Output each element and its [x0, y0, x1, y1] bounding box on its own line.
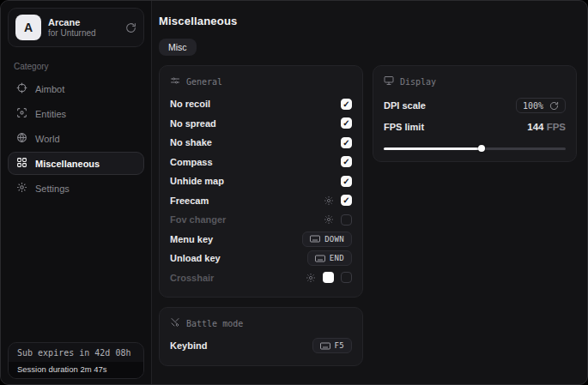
sidebar-item-label: Aimbot: [35, 84, 64, 94]
sidebar-item-label: Entities: [35, 109, 66, 119]
setting-label: Compass: [170, 157, 213, 167]
fov-changer-settings-gear-icon[interactable]: [324, 214, 334, 225]
keyboard-icon: [315, 255, 325, 262]
sidebar-item-world[interactable]: World: [8, 127, 144, 150]
setting-label: Unload key: [170, 253, 221, 263]
profile-title: Arcane: [48, 17, 96, 27]
fps-limit-value: 144 FPS: [527, 122, 566, 132]
setting-label: Crosshair: [170, 273, 214, 283]
sidebar-item-entities[interactable]: Entities: [8, 102, 144, 125]
setting-label: No recoil: [170, 99, 210, 109]
setting-row: Freecam: [170, 191, 352, 211]
cycle-icon: [549, 101, 559, 111]
card-header-label: Battle mode: [186, 319, 243, 328]
setting-row: Compass: [170, 153, 352, 172]
setting-row: No recoil: [170, 94, 352, 114]
general-card: General No recoil No spread No shake: [159, 65, 363, 298]
entities-icon: [16, 107, 27, 120]
setting-row: DPI scale 100%: [384, 94, 566, 117]
no-spread-checkbox[interactable]: [341, 117, 352, 129]
setting-row: Unhide map: [170, 171, 352, 191]
subscription-status-card: Sub expires in 42d 08h Session duration …: [8, 342, 144, 379]
setting-label: Unhide map: [170, 176, 224, 186]
profile-subtitle: for Unturned: [48, 28, 96, 38]
setting-label: FPS limit: [384, 122, 424, 132]
reload-icon[interactable]: [125, 22, 136, 33]
setting-row: Menu key DOWN: [170, 230, 352, 250]
setting-label: DPI scale: [384, 100, 426, 111]
display-card: Display DPI scale 100% FPS limit 144 FPS: [373, 65, 577, 162]
freecam-checkbox[interactable]: [341, 195, 352, 206]
sidebar: A Arcane for Unturned Category Aimbot En…: [1, 1, 152, 384]
setting-row: Crosshair: [170, 268, 352, 288]
freecam-settings-gear-icon[interactable]: [324, 196, 334, 206]
globe-icon: [16, 132, 27, 145]
keybind-value: END: [330, 254, 344, 262]
keybind-value: DOWN: [324, 235, 344, 244]
avatar: A: [15, 15, 41, 40]
swords-icon: [170, 317, 180, 329]
crosshair-settings-gear-icon[interactable]: [306, 273, 316, 283]
crosshair-color-swatch[interactable]: [323, 272, 334, 283]
card-header-label: Display: [400, 77, 436, 87]
session-duration-text: Session duration 2m 47s: [9, 362, 143, 378]
sub-expiry-text: Sub expires in 42d 08h: [9, 343, 143, 362]
menu-key-keybind-button[interactable]: DOWN: [302, 232, 352, 247]
setting-row: No shake: [170, 133, 352, 153]
sidebar-item-aimbot[interactable]: Aimbot: [8, 77, 144, 100]
sidebar-item-settings[interactable]: Settings: [8, 177, 144, 200]
setting-row: Keybind F5: [170, 336, 352, 356]
setting-row: Unload key END: [170, 249, 352, 268]
no-shake-checkbox[interactable]: [341, 137, 352, 148]
app-window: A Arcane for Unturned Category Aimbot En…: [0, 0, 588, 385]
dpi-scale-selector[interactable]: 100%: [516, 98, 566, 113]
crosshair-icon: [16, 82, 27, 95]
compass-checkbox[interactable]: [341, 156, 352, 167]
sidebar-item-label: Settings: [35, 183, 70, 194]
grid-icon: [16, 157, 27, 170]
setting-label: No shake: [170, 137, 212, 147]
keyboard-icon: [320, 342, 330, 350]
setting-label: Freecam: [170, 196, 209, 206]
sidebar-item-label: Miscellaneous: [35, 159, 100, 169]
setting-row: No spread: [170, 114, 352, 134]
no-recoil-checkbox[interactable]: [341, 99, 352, 110]
main-panel: Miscellaneous Misc General No recoil: [152, 1, 588, 384]
slider-fill: [384, 147, 482, 150]
sidebar-item-miscellaneous[interactable]: Miscellaneous: [8, 152, 144, 175]
fov-changer-checkbox[interactable]: [341, 214, 352, 226]
setting-row: FPS limit 144 FPS: [384, 117, 566, 137]
setting-label: Fov changer: [170, 214, 226, 225]
battle-mode-card: Battle mode Keybind F5: [159, 307, 363, 366]
profile-text: Arcane for Unturned: [48, 17, 96, 38]
battle-keybind-button[interactable]: F5: [312, 338, 352, 353]
card-header-label: General: [186, 77, 222, 87]
tab-misc[interactable]: Misc: [159, 39, 197, 56]
gear-icon: [16, 182, 27, 195]
sidebar-item-label: World: [35, 134, 60, 144]
fps-limit-slider[interactable]: [384, 145, 566, 152]
setting-label: Keybind: [170, 340, 207, 351]
slider-thumb[interactable]: [478, 145, 485, 152]
keyboard-icon: [310, 235, 320, 243]
setting-label: No spread: [170, 118, 216, 129]
setting-row: Fov changer: [170, 210, 352, 230]
dpi-value: 100%: [523, 101, 543, 111]
tab-row: Misc: [159, 39, 577, 56]
page-title: Miscellaneous: [159, 15, 577, 27]
keybind-value: F5: [335, 341, 344, 350]
setting-label: Menu key: [170, 234, 213, 244]
crosshair-checkbox[interactable]: [341, 272, 352, 283]
monitor-icon: [384, 75, 394, 87]
sliders-icon: [170, 75, 180, 87]
profile-card: A Arcane for Unturned: [8, 8, 144, 47]
unload-key-keybind-button[interactable]: END: [307, 250, 352, 266]
category-label: Category: [14, 62, 138, 71]
unhide-map-checkbox[interactable]: [341, 176, 352, 187]
